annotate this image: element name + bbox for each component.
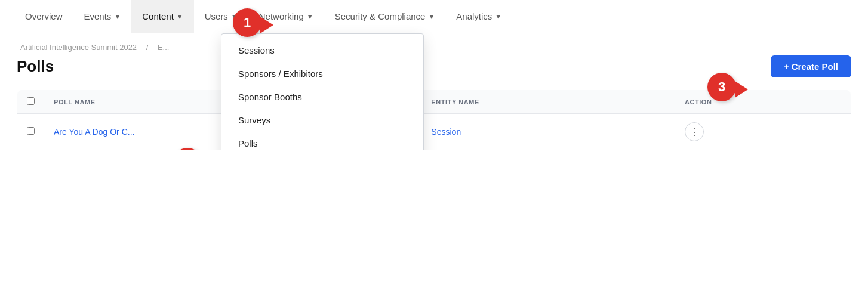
row-checkbox-cell bbox=[17, 114, 45, 150]
networking-chevron-icon: ▼ bbox=[307, 13, 313, 20]
page-title-row: Polls + Create Poll bbox=[17, 55, 851, 77]
nav-events[interactable]: Events ▼ bbox=[73, 0, 132, 33]
dropdown-polls[interactable]: Polls bbox=[221, 132, 423, 150]
row-action-button[interactable]: ⋮ bbox=[685, 122, 704, 141]
breadcrumb-section[interactable]: E... bbox=[158, 43, 170, 52]
dropdown-surveys[interactable]: Surveys bbox=[221, 108, 423, 132]
create-poll-button[interactable]: + Create Poll bbox=[771, 55, 851, 77]
page-header: Artificial Intelligence Summit 2022 / E.… bbox=[0, 33, 868, 77]
security-chevron-icon: ▼ bbox=[428, 13, 435, 20]
action-cell: ⋮ bbox=[675, 114, 851, 150]
col-checkbox bbox=[17, 90, 45, 114]
entity-name-link[interactable]: Session bbox=[431, 127, 461, 137]
nav-security[interactable]: Security & Compliance ▼ bbox=[324, 0, 446, 33]
breadcrumb: Artificial Intelligence Summit 2022 / E.… bbox=[17, 43, 851, 52]
content-dropdown: Sessions Sponsors / Exhibitors Sponsor B… bbox=[221, 33, 424, 150]
col-entity-name: ENTITY NAME bbox=[421, 90, 675, 114]
nav-networking[interactable]: Networking ▼ bbox=[248, 0, 324, 33]
dropdown-sessions[interactable]: Sessions bbox=[221, 39, 423, 62]
nav-analytics[interactable]: Analytics ▼ bbox=[445, 0, 512, 33]
entity-name-cell: Session bbox=[421, 114, 675, 150]
select-all-checkbox[interactable] bbox=[27, 97, 35, 105]
polls-table: POLL NAME ENTITY NAME ACTION Are You A D… bbox=[17, 89, 851, 150]
poll-name-link[interactable]: Are You A Dog Or C... bbox=[54, 127, 134, 137]
top-nav: Overview Events ▼ Content ▼ Users ▼ Netw… bbox=[0, 0, 868, 33]
nav-overview[interactable]: Overview bbox=[14, 0, 73, 33]
page-title: Polls bbox=[17, 57, 54, 76]
events-chevron-icon: ▼ bbox=[114, 13, 121, 20]
breadcrumb-event[interactable]: Artificial Intelligence Summit 2022 bbox=[20, 43, 137, 52]
content-chevron-icon: ▼ bbox=[177, 13, 183, 20]
dropdown-sponsors[interactable]: Sponsors / Exhibitors bbox=[221, 62, 423, 85]
nav-users[interactable]: Users ▼ bbox=[194, 0, 248, 33]
users-chevron-icon: ▼ bbox=[231, 13, 238, 20]
dropdown-sponsor-booths[interactable]: Sponsor Booths bbox=[221, 85, 423, 108]
breadcrumb-separator: / bbox=[146, 43, 150, 52]
table-row: Are You A Dog Or C... Session ⋮ bbox=[17, 114, 851, 150]
nav-content[interactable]: Content ▼ bbox=[131, 0, 193, 33]
polls-table-container: POLL NAME ENTITY NAME ACTION Are You A D… bbox=[0, 89, 868, 150]
analytics-chevron-icon: ▼ bbox=[495, 13, 501, 20]
row-checkbox[interactable] bbox=[27, 127, 35, 135]
col-action: ACTION bbox=[675, 90, 851, 114]
